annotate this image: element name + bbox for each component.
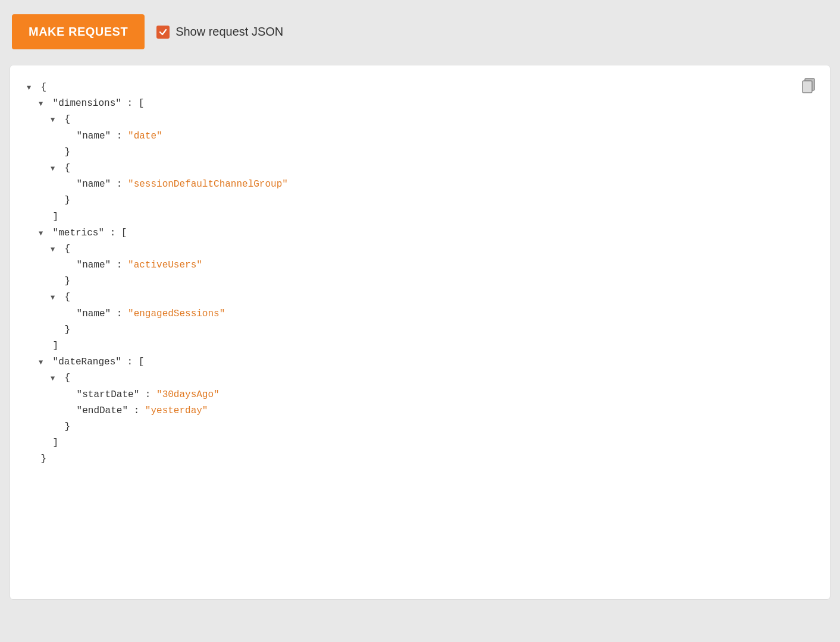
no-toggle [27, 454, 35, 465]
json-line: } [27, 193, 813, 209]
no-toggle [51, 195, 59, 207]
json-line: "startDate" : "30daysAgo" [27, 387, 813, 403]
json-line: ] [27, 338, 813, 354]
toggle-icon[interactable]: ▼ [51, 114, 59, 126]
toggle-icon[interactable]: ▼ [51, 373, 59, 385]
no-toggle [62, 405, 71, 417]
show-json-checkbox[interactable] [156, 26, 170, 39]
json-line: } [27, 419, 813, 435]
json-line: ▼ { [27, 289, 813, 306]
toggle-icon[interactable]: ▼ [51, 292, 59, 304]
json-line: ▼ { [27, 370, 813, 386]
no-toggle [39, 212, 47, 224]
checkmark-icon [159, 28, 167, 36]
no-toggle [39, 341, 47, 353]
json-line: } [27, 144, 813, 160]
json-line: "endDate" : "yesterday" [27, 403, 813, 419]
json-line: } [27, 273, 813, 289]
no-toggle [62, 260, 71, 272]
no-toggle [39, 438, 47, 449]
json-tree: ▼ { ▼ "dimensions" : [ ▼ { "name" : "dat… [27, 80, 813, 468]
make-request-button[interactable]: MAKE REQUEST [12, 14, 145, 49]
toggle-icon[interactable]: ▼ [51, 244, 59, 256]
json-line: ▼ "dateRanges" : [ [27, 354, 813, 370]
json-line: ▼ "metrics" : [ [27, 225, 813, 241]
json-line: ▼ { [27, 80, 813, 96]
json-line: ] [27, 435, 813, 451]
toggle-icon[interactable]: ▼ [39, 98, 47, 110]
toggle-icon[interactable]: ▼ [27, 82, 35, 94]
json-line: "name" : "activeUsers" [27, 257, 813, 273]
json-line: ▼ "dimensions" : [ [27, 96, 813, 112]
no-toggle [51, 325, 59, 336]
json-line: "name" : "engagedSessions" [27, 306, 813, 322]
json-line: ] [27, 209, 813, 225]
json-line: ▼ { [27, 112, 813, 128]
json-line: ▼ { [27, 241, 813, 257]
no-toggle [62, 131, 71, 143]
no-toggle [62, 389, 71, 401]
show-json-label: Show request JSON [175, 25, 283, 39]
no-toggle [51, 276, 59, 288]
show-json-toggle[interactable]: Show request JSON [156, 25, 283, 39]
no-toggle [51, 147, 59, 159]
toggle-icon[interactable]: ▼ [39, 228, 47, 240]
svg-rect-1 [803, 81, 812, 93]
json-line: "name" : "sessionDefaultChannelGroup" [27, 177, 813, 193]
no-toggle [51, 421, 59, 433]
toolbar: MAKE REQUEST Show request JSON [10, 10, 830, 54]
json-line: "name" : "date" [27, 128, 813, 144]
toggle-icon[interactable]: ▼ [51, 163, 59, 175]
copy-icon[interactable] [799, 75, 818, 96]
json-panel: ▼ { ▼ "dimensions" : [ ▼ { "name" : "dat… [10, 65, 830, 600]
no-toggle [62, 309, 71, 320]
json-line: } [27, 322, 813, 338]
toggle-icon[interactable]: ▼ [39, 357, 47, 369]
json-line: } [27, 451, 813, 467]
no-toggle [62, 179, 71, 191]
json-line: ▼ { [27, 160, 813, 177]
